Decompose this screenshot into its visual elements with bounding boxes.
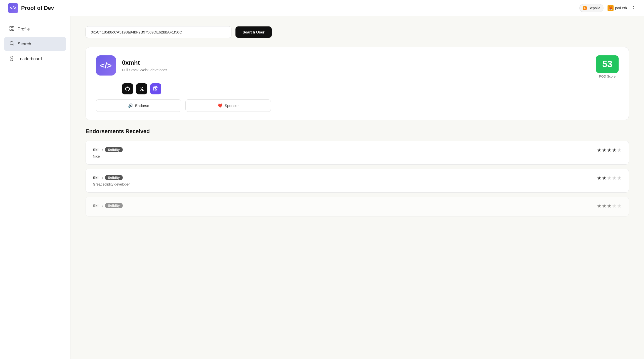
social-icons	[122, 83, 619, 94]
avatar-icon: </>	[100, 61, 112, 70]
endorsements-section: Endorsements Received Skill : Solidity N…	[86, 128, 629, 217]
profile-info: </> 0xmht Full Stack Web3 developer	[96, 55, 167, 76]
star-3-0: ★	[607, 147, 612, 153]
profile-text: 0xmht Full Stack Web3 developer	[122, 59, 167, 72]
star-3-1: ★	[607, 175, 612, 181]
svg-point-6	[11, 56, 13, 58]
star-2-1: ★	[602, 175, 607, 181]
svg-rect-3	[12, 29, 14, 30]
twitter-icon[interactable]	[136, 83, 147, 94]
endorsement-card-2: Skill : Solidity ★ ★ ★ ★ ★	[86, 197, 629, 217]
search-bar: Search User	[86, 26, 629, 38]
svg-rect-2	[10, 29, 11, 30]
layout: Profile Search Leaderboard Search User	[0, 16, 644, 359]
star-4-2: ★	[612, 203, 617, 209]
star-4-0: ★	[612, 147, 617, 153]
endorsement-left-0: Skill : Solidity Nice	[93, 147, 597, 158]
star-2-0: ★	[602, 147, 607, 153]
star-1-1: ★	[597, 175, 601, 181]
stars-2: ★ ★ ★ ★ ★	[597, 203, 622, 209]
skill-badge-1: Solidity	[105, 175, 123, 180]
pod-score-box: 53 POD Score	[596, 55, 619, 78]
endorsement-comment-1: Great solidity developer	[93, 182, 597, 186]
award-icon	[9, 55, 15, 62]
star-4-1: ★	[612, 175, 617, 181]
sponsor-button[interactable]: ❤️ Sponser	[185, 99, 271, 112]
star-1-0: ★	[597, 147, 601, 153]
star-2-2: ★	[602, 203, 607, 209]
skill-label-1: Skill :	[93, 175, 103, 180]
stars-0: ★ ★ ★ ★ ★	[597, 147, 622, 153]
topbar-brand: </> Proof of Dev	[8, 3, 54, 13]
endorse-label: Endorse	[135, 103, 149, 108]
sidebar-item-profile-label: Profile	[18, 27, 30, 32]
star-5-0: ★	[617, 147, 622, 153]
heart-icon: ❤️	[218, 103, 223, 108]
star-3-2: ★	[607, 203, 612, 209]
sponsor-label: Sponser	[225, 103, 239, 108]
network-dot: S	[583, 6, 587, 10]
search-icon	[9, 41, 15, 47]
sidebar-item-search-label: Search	[18, 42, 31, 47]
ens-icon: 🦊	[608, 5, 614, 11]
avatar: </>	[96, 55, 116, 76]
notion-icon[interactable]	[150, 83, 161, 94]
skill-label-0: Skill :	[93, 148, 103, 152]
network-badge[interactable]: S Sepolia	[579, 4, 604, 12]
svg-line-5	[13, 44, 14, 46]
profile-bio: Full Stack Web3 developer	[122, 68, 167, 72]
skill-badge-2: Solidity	[105, 203, 123, 208]
pod-score-label: POD Score	[596, 75, 619, 78]
svg-rect-0	[10, 26, 11, 28]
stars-1: ★ ★ ★ ★ ★	[597, 175, 622, 181]
svg-rect-1	[12, 26, 14, 28]
endorsement-card-0: Skill : Solidity Nice ★ ★ ★ ★ ★	[86, 141, 629, 165]
star-5-1: ★	[617, 175, 622, 181]
star-1-2: ★	[597, 203, 601, 209]
sidebar-item-leaderboard-label: Leaderboard	[18, 56, 42, 61]
network-label: Sepolia	[589, 6, 600, 10]
profile-header: </> 0xmht Full Stack Web3 developer 53 P…	[96, 55, 619, 78]
topbar: </> Proof of Dev S Sepolia 🦊 pod.eth ⋮	[0, 0, 644, 16]
action-buttons: 🔊 Endorse ❤️ Sponser	[96, 99, 619, 112]
star-5-2: ★	[617, 203, 622, 209]
endorsement-left-2: Skill : Solidity	[93, 203, 597, 210]
svg-point-4	[10, 42, 13, 45]
profile-username: 0xmht	[122, 59, 167, 66]
ens-badge[interactable]: 🦊 pod.eth	[608, 5, 627, 11]
main-content: Search User </> 0xmht Full Stack Web3 de…	[70, 16, 644, 359]
skill-row-2: Skill : Solidity	[93, 203, 597, 208]
pod-score-number: 53	[596, 55, 619, 73]
grid-icon	[9, 26, 15, 32]
skill-badge-0: Solidity	[105, 147, 123, 152]
endorsements-title: Endorsements Received	[86, 128, 629, 135]
sidebar-item-leaderboard[interactable]: Leaderboard	[4, 52, 66, 66]
endorsement-left-1: Skill : Solidity Great solidity develope…	[93, 175, 597, 186]
endorse-button[interactable]: 🔊 Endorse	[96, 99, 181, 112]
more-options-icon[interactable]: ⋮	[631, 5, 636, 11]
endorsement-comment-0: Nice	[93, 154, 597, 158]
app-title: Proof of Dev	[21, 5, 54, 11]
sidebar: Profile Search Leaderboard	[0, 16, 70, 359]
sidebar-item-search[interactable]: Search	[4, 37, 66, 51]
skill-row-0: Skill : Solidity	[93, 147, 597, 152]
profile-card: </> 0xmht Full Stack Web3 developer 53 P…	[86, 47, 629, 120]
skill-label-2: Skill :	[93, 203, 103, 208]
search-input[interactable]	[86, 26, 231, 38]
skill-row-1: Skill : Solidity	[93, 175, 597, 180]
sidebar-item-profile[interactable]: Profile	[4, 22, 66, 36]
search-user-button[interactable]: Search User	[235, 26, 272, 38]
endorsement-card-1: Skill : Solidity Great solidity develope…	[86, 169, 629, 193]
endorse-icon: 🔊	[128, 103, 133, 108]
github-icon[interactable]	[122, 83, 133, 94]
app-icon: </>	[8, 3, 18, 13]
ens-label: pod.eth	[615, 6, 627, 10]
topbar-actions: S Sepolia 🦊 pod.eth ⋮	[579, 4, 636, 12]
